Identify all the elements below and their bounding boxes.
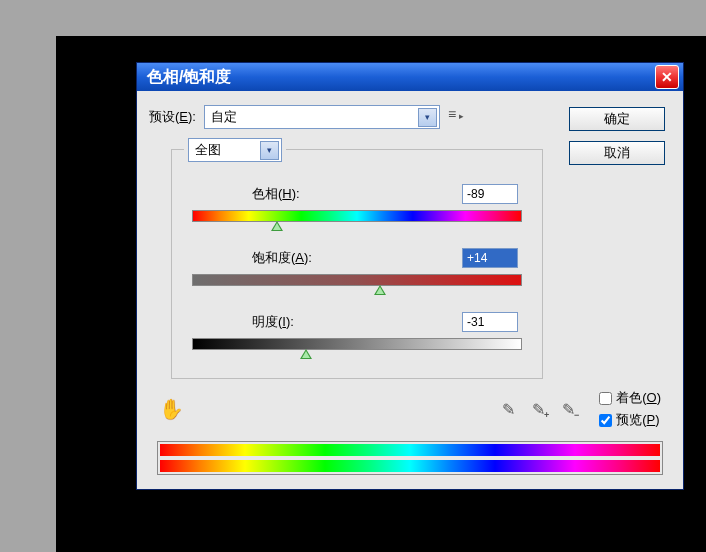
lightness-block: 明度(I): -31 <box>190 312 524 350</box>
colorize-checkbox[interactable]: 着色(O) <box>599 389 661 407</box>
saturation-slider-thumb[interactable] <box>374 285 386 295</box>
close-icon: ✕ <box>661 69 673 85</box>
lightness-slider-track[interactable] <box>192 338 522 350</box>
hue-saturation-dialog: 色相/饱和度 ✕ 确定 取消 预设(E): 自定 ▾ 全图 ▾ <box>136 62 684 490</box>
colorize-checkbox-input[interactable] <box>599 392 612 405</box>
preview-checkbox-input[interactable] <box>599 414 612 427</box>
options-checkboxes: 着色(O) 预览(P) <box>599 389 661 429</box>
chevron-down-icon: ▾ <box>260 141 279 160</box>
lightness-label: 明度(I): <box>252 313 294 331</box>
spectrum-preview <box>157 441 663 475</box>
dialog-body: 确定 取消 预设(E): 自定 ▾ 全图 ▾ <box>137 91 683 489</box>
cancel-button[interactable]: 取消 <box>569 141 665 165</box>
hue-label: 色相(H): <box>252 185 300 203</box>
adjustment-group: 全图 ▾ 色相(H): -89 <box>171 149 543 379</box>
hue-slider-track[interactable] <box>192 210 522 222</box>
scrubby-hand-icon[interactable]: ✋ <box>155 395 188 423</box>
hue-value-input[interactable]: -89 <box>462 184 518 204</box>
eyedropper-add-icon[interactable]: ✎+ <box>529 400 547 418</box>
ok-button[interactable]: 确定 <box>569 107 665 131</box>
close-button[interactable]: ✕ <box>655 65 679 89</box>
hue-block: 色相(H): -89 <box>190 184 524 222</box>
preset-dropdown[interactable]: 自定 ▾ <box>204 105 440 129</box>
range-dropdown[interactable]: 全图 ▾ <box>188 138 282 162</box>
titlebar[interactable]: 色相/饱和度 ✕ <box>137 63 683 91</box>
eyedropper-subtract-icon[interactable]: ✎− <box>559 400 577 418</box>
range-value: 全图 <box>195 141 221 159</box>
lightness-value-input[interactable]: -31 <box>462 312 518 332</box>
hue-slider-thumb[interactable] <box>271 221 283 231</box>
saturation-label: 饱和度(A): <box>252 249 312 267</box>
lightness-slider-thumb[interactable] <box>300 349 312 359</box>
spectrum-bar-result <box>160 460 660 472</box>
saturation-slider-track[interactable] <box>192 274 522 286</box>
dialog-action-buttons: 确定 取消 <box>569 107 665 165</box>
dialog-title: 色相/饱和度 <box>147 67 231 88</box>
preset-label: 预设(E): <box>149 108 196 126</box>
preview-checkbox[interactable]: 预览(P) <box>599 411 661 429</box>
tools-row: ✋ ✎ ✎+ ✎− 着色(O) 预览(P) <box>155 389 661 429</box>
spectrum-bar-source <box>160 444 660 456</box>
preset-value: 自定 <box>211 108 237 126</box>
range-tab: 全图 ▾ <box>184 138 286 162</box>
eyedropper-group: ✎ ✎+ ✎− <box>499 400 577 418</box>
chevron-down-icon: ▾ <box>418 108 437 127</box>
saturation-block: 饱和度(A): +14 <box>190 248 524 286</box>
saturation-value-input[interactable]: +14 <box>462 248 518 268</box>
preset-menu-icon[interactable] <box>448 110 462 124</box>
eyedropper-icon[interactable]: ✎ <box>499 400 517 418</box>
